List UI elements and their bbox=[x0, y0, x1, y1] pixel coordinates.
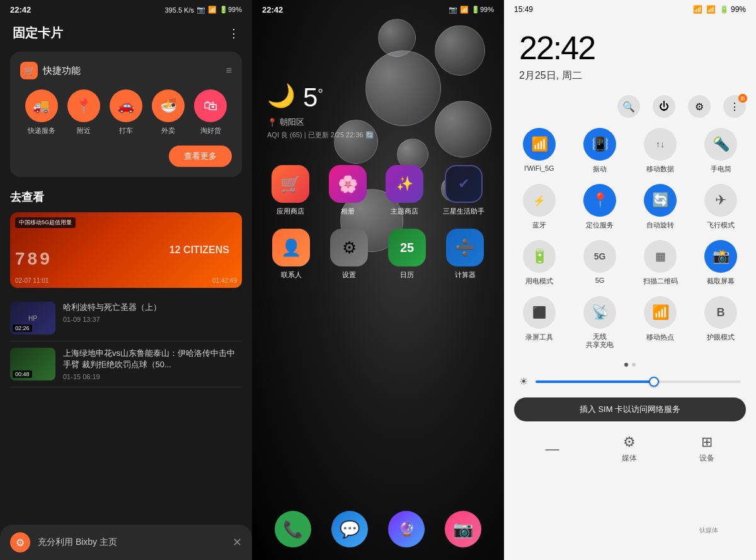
gallery-item[interactable]: 🌸 相册 bbox=[329, 165, 367, 216]
news-list: HP 02:26 哈利波特与死亡圣器（上） 01-09 13:37 00:48 … bbox=[10, 295, 242, 387]
qs-bluetooth[interactable]: ⚡ 蓝牙 bbox=[514, 184, 564, 230]
auto-rotate-label: 自动旋转 bbox=[646, 220, 674, 230]
quick-icon-nearby[interactable]: 📍 附近 bbox=[67, 89, 100, 135]
flashlight-label: 手电筒 bbox=[711, 164, 731, 174]
quick-icon-taobao[interactable]: 🛍 淘好货 bbox=[194, 89, 227, 135]
calendar-item[interactable]: 25 日历 bbox=[388, 229, 426, 280]
calendar-icon: 25 bbox=[388, 229, 426, 266]
hotspot-icon: 📶 bbox=[644, 296, 677, 329]
status-time-2: 22:42 bbox=[262, 5, 283, 14]
food-label: 外卖 bbox=[161, 126, 175, 135]
panel3-dot-2 bbox=[632, 363, 636, 367]
bixby-dock-icon[interactable]: 🔮 bbox=[388, 511, 425, 547]
bixby-close-button[interactable]: ✕ bbox=[232, 535, 242, 549]
contacts-label: 联系人 bbox=[281, 270, 302, 280]
flashlight-icon: 🔦 bbox=[704, 128, 737, 161]
qs-airplane[interactable]: ✈ 飞行模式 bbox=[696, 184, 746, 230]
qs-power-mode[interactable]: 🔋 用电模式 bbox=[514, 240, 564, 286]
calculator-item[interactable]: ➗ 计算器 bbox=[446, 229, 484, 280]
news-title-1: 哈利波特与死亡圣器（上） bbox=[63, 302, 242, 313]
qs-screenshot[interactable]: 📸 截取屏幕 bbox=[696, 240, 746, 286]
view-more-button[interactable]: 查看更多 bbox=[169, 146, 232, 167]
status-time-1: 22:42 bbox=[10, 5, 31, 14]
qs-vibrate[interactable]: 📳 振动 bbox=[575, 128, 625, 174]
screen-record-label: 录屏工具 bbox=[525, 333, 553, 342]
status-icons-1: 395.5 K/s 📷 📶 🔋99% bbox=[164, 6, 242, 14]
contacts-item[interactable]: 👤 联系人 bbox=[272, 229, 310, 280]
dock: 📞 💬 🔮 📷 bbox=[252, 511, 504, 547]
status-icons-2: 📷 📶 🔋99% bbox=[449, 6, 494, 14]
quick-card-menu[interactable]: ≡ bbox=[226, 65, 232, 76]
footer-back-button[interactable]: — bbox=[546, 441, 559, 457]
quick-icon-taxi[interactable]: 🚗 打车 bbox=[110, 89, 142, 135]
qs-wireless-charging[interactable]: 📡 无线共享充电 bbox=[575, 296, 625, 349]
quick-icon-food[interactable]: 🍜 外卖 bbox=[152, 89, 185, 135]
news-thumb-2: 00:48 bbox=[10, 348, 55, 380]
qr-label: 扫描二维码 bbox=[643, 277, 678, 286]
qr-icon: ▦ bbox=[644, 240, 677, 273]
sim-notification: 插入 SIM 卡以访问网络服务 bbox=[514, 397, 746, 421]
footer-media-button[interactable]: ⚙ 媒体 bbox=[622, 434, 637, 464]
app-grid: 🛒 应用商店 🌸 相册 ✨ 主题商店 ✔ 三星生活助手 👤 联系人 bbox=[252, 152, 504, 280]
settings-toolbar-button[interactable]: ⚙ bbox=[688, 95, 711, 118]
search-toolbar-button[interactable]: 🔍 bbox=[617, 95, 640, 118]
app-store-item[interactable]: 🛒 应用商店 bbox=[272, 165, 309, 216]
bluetooth-label: 蓝牙 bbox=[532, 220, 546, 230]
more-toolbar-button[interactable]: ⋮ 新 bbox=[723, 95, 746, 118]
qs-wifi[interactable]: 📶 l'WiFi_5G bbox=[514, 128, 564, 174]
qs-qr[interactable]: ▦ 扫描二维码 bbox=[635, 240, 685, 286]
location-name: 朝阳区 bbox=[280, 117, 304, 128]
news-item-2[interactable]: 00:48 上海绿地申花vs山东鲁能泰山：伊哈洛传中击中手臂 裁判拒绝吹罚点球（… bbox=[10, 341, 242, 387]
vibrate-label: 振动 bbox=[593, 164, 607, 174]
5g-label: 5G bbox=[595, 277, 605, 284]
quick-function-card: 🛒 快捷功能 ≡ 🚚 快递服务 📍 附近 🚗 打车 🍜 外卖 bbox=[10, 52, 242, 177]
qs-eye-comfort[interactable]: B 护眼模式 bbox=[696, 296, 746, 349]
new-badge: 新 bbox=[738, 94, 747, 103]
media-icon: ⚙ bbox=[623, 434, 636, 450]
video-grid: 中国移动5G超值用量 12 CITIZENS 7 8 9 02-07 11:01… bbox=[10, 212, 242, 288]
themes-item[interactable]: ✨ 主题商店 bbox=[386, 165, 423, 216]
qs-auto-rotate[interactable]: 🔄 自动旋转 bbox=[635, 184, 685, 230]
settings-item[interactable]: ⚙ 设置 bbox=[330, 229, 368, 280]
brightness-slider[interactable] bbox=[536, 380, 741, 383]
bixby-gear-icon[interactable]: ⚙ bbox=[10, 532, 30, 552]
quick-card-title-row: 🛒 快捷功能 bbox=[20, 62, 81, 79]
more-options-button[interactable]: ⋮ bbox=[228, 26, 239, 40]
bixby-bottom-bar: ⚙ 充分利用 Bixby 主页 ✕ bbox=[0, 525, 252, 560]
bluetooth-icon: ⚡ bbox=[523, 184, 556, 217]
qs-hotspot[interactable]: 📶 移动热点 bbox=[635, 296, 685, 349]
themes-icon: ✨ bbox=[386, 165, 423, 203]
gallery-icon: 🌸 bbox=[329, 165, 367, 203]
airplane-label: 飞行模式 bbox=[707, 220, 735, 230]
qs-location[interactable]: 📍 定位服务 bbox=[575, 184, 625, 230]
panel3-clock: 22:42 bbox=[504, 19, 756, 69]
qs-flashlight[interactable]: 🔦 手电筒 bbox=[696, 128, 746, 174]
news-title-2: 上海绿地申花vs山东鲁能泰山：伊哈洛传中击中手臂 裁判拒绝吹罚点球（50... bbox=[63, 348, 242, 370]
qs-5g[interactable]: 5G 5G bbox=[575, 240, 625, 286]
news-item-1[interactable]: HP 02:26 哈利波特与死亡圣器（上） 01-09 13:37 bbox=[10, 295, 242, 341]
pinned-title: 固定卡片 bbox=[13, 25, 63, 42]
eye-comfort-label: 护眼模式 bbox=[707, 333, 735, 342]
phone-dock-icon[interactable]: 📞 bbox=[275, 511, 311, 547]
camera-dock-icon[interactable]: 📷 bbox=[445, 511, 481, 547]
video-thumb-main[interactable]: 中国移动5G超值用量 12 CITIZENS 7 8 9 02-07 11:01… bbox=[10, 212, 242, 288]
wireless-charging-label: 无线共享充电 bbox=[586, 333, 614, 349]
weather-location: 📍 朝阳区 bbox=[267, 117, 489, 128]
5g-icon: 5G bbox=[583, 240, 616, 273]
samsung-life-item[interactable]: ✔ 三星生活助手 bbox=[443, 165, 484, 216]
messages-dock-icon[interactable]: 💬 bbox=[331, 511, 368, 547]
app-store-icon: 🛒 bbox=[272, 165, 309, 203]
status-bar-2: 22:42 📷 📶 🔋99% bbox=[252, 0, 504, 20]
news-duration-2: 00:48 bbox=[13, 370, 32, 378]
qs-mobile-data[interactable]: ↑↓ 移动数据 bbox=[635, 128, 685, 174]
power-mode-label: 用电模式 bbox=[525, 277, 553, 286]
quick-card-header: 🛒 快捷功能 ≡ bbox=[20, 62, 232, 79]
video-date1: 02-07 11:01 bbox=[15, 277, 49, 284]
qs-screen-record[interactable]: ⬛ 录屏工具 bbox=[514, 296, 564, 349]
power-toolbar-button[interactable]: ⏻ bbox=[653, 95, 675, 118]
quick-icon-delivery[interactable]: 🚚 快递服务 bbox=[25, 89, 58, 135]
nearby-label: 附近 bbox=[77, 126, 91, 135]
app-row-2: 👤 联系人 ⚙ 设置 25 日历 ➗ 计算器 bbox=[262, 229, 494, 280]
footer-device-button[interactable]: ⊞ 设备 bbox=[699, 434, 714, 464]
vibrate-icon: 📳 bbox=[583, 128, 616, 161]
